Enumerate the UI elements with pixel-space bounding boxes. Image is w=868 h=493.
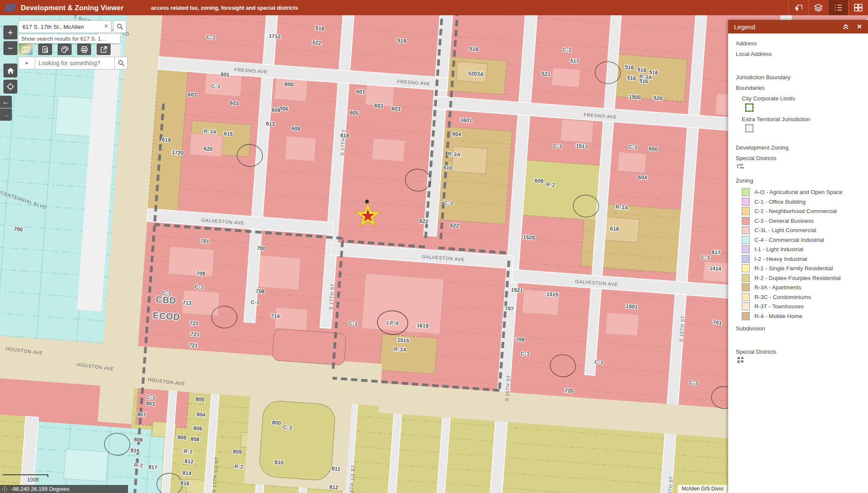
parcel-label: 618 xyxy=(610,226,619,232)
layers-icon[interactable] xyxy=(808,0,828,15)
parcel-label: 516 xyxy=(639,78,648,84)
legend-zoning-row: R-4 - Mobile Home xyxy=(742,312,860,320)
search-suggestion[interactable]: Show search results for 617 S. 1… xyxy=(18,34,120,43)
parcel-label: 812 xyxy=(184,458,194,465)
parcel-label: 600 xyxy=(284,81,294,88)
parcel-label: 1500 xyxy=(629,94,641,100)
back-button[interactable]: ← xyxy=(0,96,12,108)
special-districts-icon xyxy=(737,163,745,169)
zone-label: C-3 xyxy=(146,394,156,401)
parcel-label: 603 xyxy=(374,102,384,109)
parcel-label: 617 xyxy=(712,249,721,255)
collapse-icon[interactable] xyxy=(843,24,849,30)
app-title: Development & Zoning Viewer xyxy=(21,4,124,12)
zoning-label: I-1 - Light Industrial xyxy=(754,246,804,252)
zone-label: R-2 xyxy=(546,181,555,188)
coordinates-icon[interactable] xyxy=(2,486,8,492)
basemap-icon[interactable] xyxy=(19,44,33,55)
parcel-label: 519 xyxy=(397,38,406,44)
select-map-icon[interactable] xyxy=(788,0,808,15)
palette-icon[interactable] xyxy=(58,44,72,55)
share-icon[interactable] xyxy=(97,44,111,55)
zone-label: C-3 xyxy=(348,320,358,327)
zone-label: C-3 xyxy=(594,359,604,366)
zone-label: C-3 xyxy=(195,284,204,291)
parcel-label: 803 xyxy=(146,401,155,407)
zoning-color-swatch xyxy=(742,226,750,234)
finder-dropdown[interactable]: ▾ xyxy=(18,57,35,69)
forward-button[interactable]: → xyxy=(0,108,12,121)
address-search-input[interactable] xyxy=(18,20,111,33)
parcel-label: 700 xyxy=(256,245,266,252)
zone-label: R-3A xyxy=(204,128,217,135)
parcel-label: 603 xyxy=(391,105,401,112)
legend-item-etj: Extra Territorial Jurisdiction xyxy=(742,116,860,122)
parcel-label: 806 xyxy=(193,425,203,432)
zone-label: ECOD xyxy=(153,310,181,322)
parcel-label: 603 xyxy=(188,91,197,98)
parcel-label: 1501 xyxy=(626,303,638,310)
clear-search-icon[interactable]: ✕ xyxy=(104,23,108,29)
legend-section-local-address: Local Address xyxy=(736,51,860,57)
parcel-label: 601 xyxy=(220,72,230,78)
search-button[interactable] xyxy=(113,20,126,33)
parcel-label: 615 xyxy=(224,130,233,137)
parcel-label: 520 xyxy=(654,95,663,102)
legend-item-city-corporate-limits: City Corporate Limits xyxy=(742,95,860,102)
scale-label: 100ft xyxy=(27,477,39,483)
development-zoning-viewer: S BICENTENNIAL BLVDS BICENTENNIAL BLVDFR… xyxy=(0,0,868,493)
zoning-label: R-2 - Duplex-Fourplex Residential xyxy=(754,275,840,281)
parcel-label: 810 xyxy=(275,459,284,465)
print-icon[interactable] xyxy=(77,44,91,55)
parcel-label: 518 xyxy=(469,46,479,52)
zoom-out-button[interactable]: − xyxy=(3,41,17,55)
parcel-label: 816 xyxy=(180,480,189,486)
zone-label: R-3A xyxy=(615,204,629,211)
parcel-label: 521 xyxy=(541,71,551,77)
parcel-label: 720 xyxy=(565,388,574,394)
zone-label: LP-9 xyxy=(387,320,399,327)
legend-icon[interactable] xyxy=(828,0,848,15)
parcel-label: 522 xyxy=(312,39,321,46)
parcel-label: 1521 xyxy=(511,287,523,294)
parcel-label: 604 xyxy=(452,131,461,137)
legend-zoning-row: R-1 - Single Family Residential xyxy=(742,264,860,272)
zoning-label: R-3T - Townhouses xyxy=(754,303,804,310)
finder-search-icon[interactable] xyxy=(115,57,128,69)
legend-zoning-row: I-1 - Light Industrial xyxy=(742,245,860,253)
legend-zoning-row: R-3C - Condominiums xyxy=(742,293,860,301)
close-icon[interactable]: ✕ xyxy=(857,23,862,30)
finder-input[interactable] xyxy=(35,57,115,69)
legend-zoning-row: R-2 - Duplex-Fourplex Residential xyxy=(742,274,860,282)
app-logo-icon xyxy=(6,4,15,11)
legend-section-special-districts2: Special Districts xyxy=(736,349,860,355)
zoning-color-swatch xyxy=(742,293,750,301)
legend-section-special-districts: Special Districts xyxy=(736,155,860,161)
parcel-label: 1520 xyxy=(523,234,535,241)
zone-label: C-3 xyxy=(553,143,562,150)
parcel-label: 517 xyxy=(570,58,579,64)
parcel-label: 622 xyxy=(450,222,459,229)
scale-bar: 100ft xyxy=(3,474,48,477)
zoning-label: C-4 - Commercial Industrial xyxy=(754,237,824,243)
home-button[interactable] xyxy=(3,64,17,78)
zoning-color-swatch xyxy=(742,188,750,196)
locate-button[interactable] xyxy=(3,80,17,94)
parcel-label: 721 xyxy=(189,342,198,349)
apps-grid-icon[interactable] xyxy=(848,0,868,15)
zoning-color-swatch xyxy=(742,217,750,225)
zone-label: C-3 xyxy=(444,200,453,207)
legend-zoning-row: I-2 - Heavy Industrial xyxy=(742,255,860,263)
parcel-label: 714 xyxy=(271,313,280,319)
legend-section-zoning: Zoning xyxy=(736,177,860,184)
parcel-label: 708 xyxy=(256,288,265,294)
review-search-icon[interactable] xyxy=(38,44,52,55)
zoning-legend-list: A-O - Agricultural and Open SpaceC-1 - O… xyxy=(736,188,860,320)
zoning-label: R-3A - Apartments xyxy=(754,284,801,291)
zone-label: C-3 xyxy=(520,351,530,357)
zoom-in-button[interactable]: + xyxy=(3,25,17,39)
legend-section-boundaries: Boundaries xyxy=(736,85,860,91)
parcel-label: 604 xyxy=(638,174,647,180)
parcel-label: 613 xyxy=(266,121,275,127)
parcel-label: 1712 xyxy=(269,33,281,40)
